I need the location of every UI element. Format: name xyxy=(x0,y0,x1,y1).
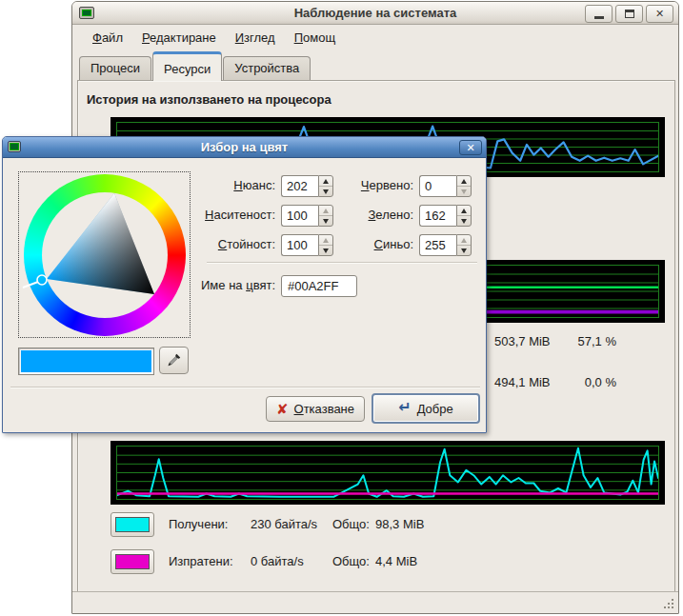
action-area-separator xyxy=(10,387,480,388)
minimize-icon xyxy=(594,16,604,19)
blue-up-arrow[interactable] xyxy=(457,235,471,245)
red-up-arrow[interactable] xyxy=(457,176,471,186)
blue-spinbox[interactable]: 255 xyxy=(419,234,472,256)
swap-amount: 494,1 MiB xyxy=(494,375,555,389)
cancel-x-icon: ✘ xyxy=(276,402,289,416)
received-rate: 230 байта/s xyxy=(251,517,317,531)
received-label: Получени: xyxy=(169,517,228,531)
blue-down-arrow[interactable] xyxy=(457,245,471,255)
hsv-triangle[interactable] xyxy=(19,172,191,339)
maximize-icon xyxy=(625,10,634,18)
red-label: Червено: xyxy=(289,178,413,192)
statusbar xyxy=(72,591,678,613)
sent-color-button[interactable] xyxy=(110,549,154,574)
tab-bar: Процеси Ресурси Устройства xyxy=(79,51,311,81)
network-history-chart xyxy=(110,441,665,505)
sent-color-swatch xyxy=(115,554,150,569)
ok-button[interactable]: ↵ Добре xyxy=(372,393,480,424)
menu-help[interactable]: Помощ xyxy=(286,28,344,48)
dialog-close-button[interactable]: ✕ xyxy=(459,140,482,155)
swap-percent: 0,0 % xyxy=(555,375,616,389)
selected-color-fill xyxy=(21,350,151,372)
system-monitor-icon xyxy=(79,7,94,19)
close-button[interactable]: ✕ xyxy=(646,5,673,23)
tab-resources[interactable]: Ресурси xyxy=(152,51,222,81)
green-label: Зелено: xyxy=(289,208,413,222)
menubar: Файл Редактиране Изглед Помощ xyxy=(74,26,344,50)
menu-view[interactable]: Изглед xyxy=(227,28,284,48)
sent-legend-row: Изпратени: 0 байта/s Общо: 4,4 MiB xyxy=(72,549,671,576)
color-name-input[interactable]: #00A2FF xyxy=(281,275,357,297)
selected-color-preview xyxy=(18,348,154,375)
green-down-arrow[interactable] xyxy=(457,215,471,226)
menu-edit[interactable]: Редактиране xyxy=(133,28,225,48)
received-legend-row: Получени: 230 байта/s Общо: 98,3 MiB xyxy=(72,512,671,539)
tab-devices[interactable]: Устройства xyxy=(223,56,311,81)
cpu-history-title: История на използването на процесора xyxy=(87,92,331,107)
green-up-arrow[interactable] xyxy=(457,206,471,215)
eyedropper-icon xyxy=(166,352,182,368)
received-color-button[interactable] xyxy=(110,512,154,537)
sent-rate: 0 байта/s xyxy=(251,554,304,568)
screen: Наблюдение на системата ✕ Файл Редактира… xyxy=(0,0,683,616)
memory-amount: 503,7 MiB xyxy=(494,334,555,348)
swap-usage-row: 494,1 MiB 0,0 % xyxy=(494,375,616,389)
sent-total: 4,4 MiB xyxy=(375,554,417,568)
window-titlebar[interactable]: Наблюдение на системата ✕ xyxy=(72,2,678,25)
fields-separator xyxy=(207,262,477,264)
ok-button-label: Добре xyxy=(417,402,453,416)
minimize-button[interactable] xyxy=(585,5,613,23)
close-icon: ✕ xyxy=(655,9,664,19)
maximize-button[interactable] xyxy=(615,5,643,23)
hue-label: Нюанс: xyxy=(22,178,275,192)
ok-return-icon: ↵ xyxy=(398,400,411,415)
color-picker-dialog: Избор на цвят ✕ xyxy=(2,136,487,433)
sent-total-label: Общо: xyxy=(332,554,370,568)
red-spinbox[interactable]: 0 xyxy=(419,175,472,197)
cancel-button-label: Отказване xyxy=(294,402,355,416)
received-color-swatch xyxy=(115,517,150,532)
resize-grip-icon[interactable] xyxy=(663,598,674,609)
dialog-titlebar[interactable]: Избор на цвят ✕ xyxy=(3,137,486,158)
memory-percent: 57,1 % xyxy=(555,334,616,348)
cancel-button[interactable]: ✘ Отказване xyxy=(266,396,365,422)
memory-usage-row: 503,7 MiB 57,1 % xyxy=(494,334,616,348)
dialog-title: Избор на цвят xyxy=(3,140,486,154)
eyedropper-button[interactable] xyxy=(159,347,189,374)
sent-label: Изпратени: xyxy=(169,554,233,568)
green-spinbox[interactable]: 162 xyxy=(419,205,472,227)
color-name-label: Име на цвят: xyxy=(22,278,275,292)
received-total-label: Общо: xyxy=(332,517,370,531)
red-down-arrow[interactable] xyxy=(457,186,471,196)
saturation-label: Наситеност: xyxy=(22,208,275,222)
blue-label: Синьо: xyxy=(289,237,413,251)
tab-processes[interactable]: Процеси xyxy=(79,56,151,81)
received-total: 98,3 MiB xyxy=(375,517,424,531)
menu-file[interactable]: Файл xyxy=(84,28,131,48)
value-label: Стойност: xyxy=(22,237,275,251)
